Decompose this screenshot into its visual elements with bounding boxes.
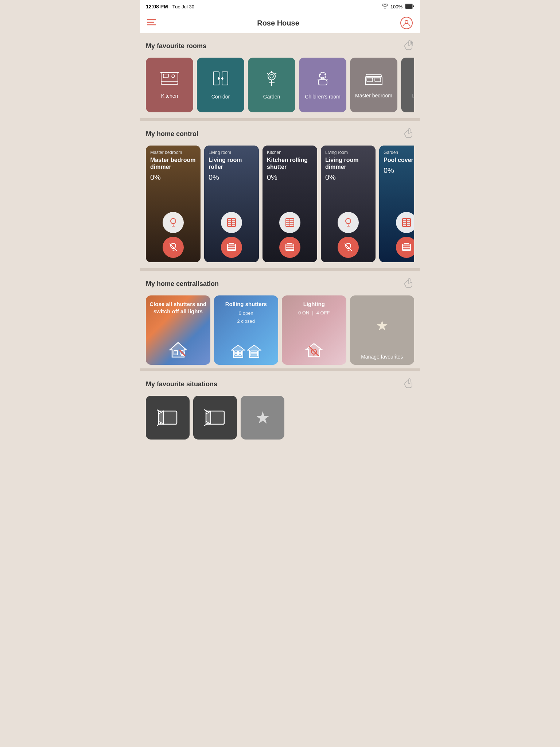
lighting-off: 4 OFF bbox=[316, 310, 330, 316]
room-card-living[interactable]: Living room bbox=[401, 58, 414, 112]
control-room-living-dimmer: Living room bbox=[325, 150, 371, 155]
control-pool-open-btn[interactable] bbox=[396, 212, 414, 233]
favourite-situations-header: My favourite situations bbox=[146, 378, 414, 391]
control-pool-close-btn[interactable] bbox=[396, 237, 414, 258]
room-card-kitchen[interactable]: Kitchen bbox=[146, 58, 193, 112]
control-light-off-btn-2[interactable] bbox=[338, 237, 359, 258]
status-date: Tue Jul 30 bbox=[172, 4, 194, 9]
home-central-title: My home centralisation bbox=[146, 280, 219, 288]
svg-rect-80 bbox=[404, 243, 409, 244]
manage-label: Manage favourites bbox=[361, 354, 403, 360]
favourite-rooms-title: My favourite rooms bbox=[146, 42, 206, 50]
control-light-on-btn[interactable] bbox=[163, 212, 184, 233]
control-room-pool-cover: Garden bbox=[384, 150, 414, 155]
separator-2 bbox=[140, 268, 420, 271]
centralisation-grid: Close all shutters and switch off all li… bbox=[146, 295, 414, 365]
swipe-hint-icon bbox=[402, 40, 414, 53]
room-card-master[interactable]: Master bedroom bbox=[350, 58, 397, 112]
home-control-section: My home control Master bedroom Master be… bbox=[140, 121, 420, 268]
svg-rect-28 bbox=[367, 78, 373, 82]
status-right: 100% bbox=[382, 4, 414, 10]
situation-card-1[interactable] bbox=[193, 396, 237, 440]
room-icon-master bbox=[365, 71, 383, 89]
control-shutter-close-btn[interactable] bbox=[221, 237, 242, 258]
manage-favourites-card[interactable]: ★ Manage favourites bbox=[350, 295, 415, 365]
control-room-master-dimmer: Master bedroom bbox=[150, 150, 196, 155]
app-title: Rose House bbox=[257, 19, 299, 27]
close-all-icons bbox=[168, 340, 188, 360]
manage-star-icon: ★ bbox=[376, 318, 388, 334]
close-all-card[interactable]: Close all shutters and switch off all li… bbox=[146, 295, 210, 365]
svg-rect-104 bbox=[163, 411, 177, 424]
menu-button[interactable] bbox=[147, 18, 156, 28]
control-card-master-dimmer[interactable]: Master bedroom Master bedroom dimmer 0% bbox=[146, 146, 201, 262]
svg-point-15 bbox=[268, 73, 275, 80]
lighting-icons bbox=[305, 341, 323, 360]
svg-point-5 bbox=[405, 20, 408, 23]
control-card-kitchen-shutter[interactable]: Kitchen Kitchen rolling shutter 0% bbox=[262, 146, 317, 262]
room-label-garden: Garden bbox=[263, 94, 280, 100]
control-name-kitchen-shutter: Kitchen rolling shutter bbox=[267, 156, 313, 170]
control-name-living-roller: Living room roller bbox=[209, 156, 254, 170]
control-light-on-btn-2[interactable] bbox=[338, 212, 359, 233]
control-shutter-open-btn-2[interactable] bbox=[279, 212, 300, 233]
room-card-garden[interactable]: Garden bbox=[248, 58, 295, 112]
lighting-card[interactable]: Lighting 0 ON | 4 OFF bbox=[282, 295, 346, 365]
svg-line-18 bbox=[267, 73, 268, 74]
separator-3 bbox=[140, 368, 420, 371]
control-room-living-roller: Living room bbox=[209, 150, 254, 155]
room-label-living: Living room bbox=[412, 93, 414, 98]
lighting-title: Lighting bbox=[303, 301, 325, 308]
close-all-title: Close all shutters and switch off all li… bbox=[149, 301, 207, 315]
room-label-childrens: Children's room bbox=[305, 94, 341, 100]
svg-point-8 bbox=[172, 75, 175, 78]
room-label-master: Master bedroom bbox=[355, 93, 392, 98]
control-percent-kitchen-shutter: 0% bbox=[267, 173, 313, 182]
control-scroll: Master bedroom Master bedroom dimmer 0% bbox=[146, 146, 414, 264]
wifi-icon bbox=[382, 4, 388, 10]
control-percent-living-roller: 0% bbox=[209, 173, 254, 182]
home-central-section: My home centralisation Close all shutter… bbox=[140, 271, 420, 368]
control-percent-pool-cover: 0% bbox=[384, 166, 414, 175]
situation-card-0[interactable] bbox=[146, 396, 190, 440]
status-time: 12:08 PM bbox=[146, 4, 168, 9]
status-bar: 12:08 PM Tue Jul 30 100% bbox=[140, 0, 420, 13]
svg-point-37 bbox=[171, 218, 176, 224]
swipe-hint-icon-4 bbox=[402, 378, 414, 391]
profile-button[interactable] bbox=[400, 17, 413, 29]
svg-point-21 bbox=[270, 74, 273, 78]
rolling-title: Rolling shutters bbox=[225, 301, 267, 308]
room-card-childrens[interactable]: Children's room bbox=[299, 58, 346, 112]
home-control-title: My home control bbox=[146, 130, 198, 138]
home-central-header: My home centralisation bbox=[146, 278, 414, 290]
rolling-shutters-card[interactable]: Rolling shutters 0 open 2 closed bbox=[214, 295, 279, 365]
favourite-rooms-section: My favourite rooms Kitchen bbox=[140, 33, 420, 118]
favourite-situations-title: My favourite situations bbox=[146, 380, 217, 388]
control-light-off-btn[interactable] bbox=[163, 237, 184, 258]
svg-rect-7 bbox=[163, 74, 168, 78]
situations-scroll: ★ bbox=[146, 396, 414, 442]
control-card-pool-cover[interactable]: Garden Pool cover 0% bbox=[379, 146, 414, 262]
svg-rect-29 bbox=[375, 78, 381, 82]
svg-rect-63 bbox=[287, 243, 292, 244]
situation-star-icon: ★ bbox=[255, 408, 270, 427]
top-nav: Rose House bbox=[140, 13, 420, 33]
room-icon-garden bbox=[264, 70, 280, 90]
separator-1 bbox=[140, 118, 420, 121]
svg-rect-108 bbox=[211, 411, 224, 424]
svg-point-13 bbox=[219, 78, 220, 79]
swipe-hint-icon-2 bbox=[402, 128, 414, 140]
control-shutter-close-btn-2[interactable] bbox=[279, 237, 300, 258]
control-card-living-roller[interactable]: Living room Living room roller 0% bbox=[204, 146, 259, 262]
svg-rect-10 bbox=[161, 81, 178, 84]
svg-point-14 bbox=[221, 78, 222, 79]
svg-rect-94 bbox=[251, 351, 257, 356]
situation-card-2[interactable]: ★ bbox=[241, 396, 284, 440]
battery-percent: 100% bbox=[390, 4, 402, 9]
control-card-living-dimmer[interactable]: Living room Living room dimmer 0% bbox=[321, 146, 376, 262]
svg-rect-1 bbox=[405, 4, 413, 8]
control-percent-master-dimmer: 0% bbox=[150, 173, 196, 182]
room-card-corridor[interactable]: Corridor bbox=[197, 58, 244, 112]
control-shutter-open-btn[interactable] bbox=[221, 212, 242, 233]
lighting-separator: | bbox=[312, 310, 313, 316]
